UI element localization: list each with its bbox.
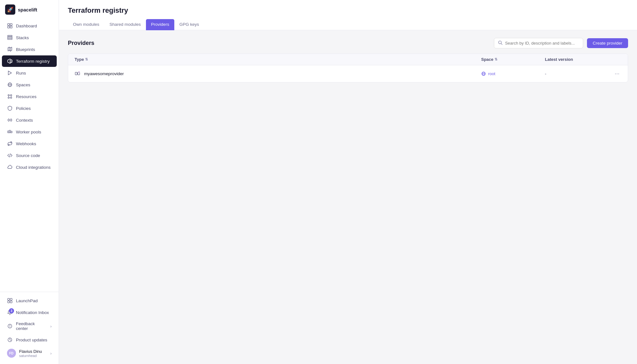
more-options-button[interactable]: ··· xyxy=(613,70,621,78)
sidebar-item-resources[interactable]: Resources xyxy=(2,91,57,102)
create-provider-button[interactable]: Create provider xyxy=(587,38,628,48)
user-name: Flavius Dinu xyxy=(19,349,42,354)
sort-icon-type[interactable]: ⇅ xyxy=(85,57,88,61)
tab-shared-modules[interactable]: Shared modules xyxy=(105,19,146,30)
policies-icon xyxy=(7,105,13,111)
sidebar-item-cloud-integrations[interactable]: Cloud integrations xyxy=(2,161,57,173)
column-latest-version: Latest version xyxy=(545,57,609,62)
svg-point-18 xyxy=(11,95,12,96)
svg-rect-27 xyxy=(9,130,11,133)
blueprints-icon xyxy=(7,46,13,52)
spaces-icon xyxy=(7,82,13,88)
sidebar: 🚀 spacelift Dashboard Stacks Blueprints xyxy=(0,0,59,364)
source-code-label: Source code xyxy=(16,153,40,158)
sidebar-item-runs[interactable]: Runs xyxy=(2,67,57,79)
sidebar-item-policies[interactable]: Policies xyxy=(2,103,57,114)
updates-icon xyxy=(7,337,13,343)
svg-rect-34 xyxy=(8,301,10,303)
provider-actions-cell: ··· xyxy=(609,70,621,78)
svg-point-17 xyxy=(8,95,9,96)
user-info: Flavius Dinu saturnhead xyxy=(19,349,42,358)
svg-point-20 xyxy=(11,97,12,98)
sidebar-item-webhooks[interactable]: Webhooks xyxy=(2,138,57,149)
svg-rect-44 xyxy=(75,72,77,75)
svg-line-31 xyxy=(10,153,11,157)
svg-rect-35 xyxy=(10,301,12,303)
sidebar-item-worker-pools[interactable]: Worker pools xyxy=(2,126,57,138)
runs-icon xyxy=(7,70,13,76)
sidebar-item-blueprints[interactable]: Blueprints xyxy=(2,44,57,55)
sidebar-item-feedback-center[interactable]: Feedback center › xyxy=(2,318,57,334)
user-profile[interactable]: FD Flavius Dinu saturnhead › xyxy=(2,346,57,360)
svg-rect-32 xyxy=(8,298,10,300)
svg-rect-7 xyxy=(8,37,12,38)
sidebar-item-notification-inbox[interactable]: 3 Notification Inbox xyxy=(2,307,57,318)
svg-point-38 xyxy=(10,327,10,327)
providers-header: Providers Create provider xyxy=(68,38,628,48)
resources-icon xyxy=(7,94,13,99)
dashboard-label: Dashboard xyxy=(16,24,37,28)
svg-point-19 xyxy=(8,97,9,98)
provider-type-icon xyxy=(75,71,81,77)
table-header: Type ⇅ Space ⇅ Latest version xyxy=(68,54,628,65)
user-chevron-icon: › xyxy=(50,351,52,356)
main-content: Terraform registry Own modules Shared mo… xyxy=(59,0,637,364)
column-space: Space ⇅ xyxy=(481,57,545,62)
svg-marker-13 xyxy=(8,71,11,75)
avatar: FD xyxy=(7,349,16,358)
provider-latest-version: - xyxy=(545,71,546,76)
sidebar-item-stacks[interactable]: Stacks xyxy=(2,32,57,43)
terraform-icon xyxy=(7,58,13,64)
chevron-right-icon: › xyxy=(50,324,52,329)
tabs: Own modules Shared modules Providers GPG… xyxy=(68,19,628,30)
dashboard-icon xyxy=(7,23,13,29)
svg-rect-4 xyxy=(8,26,10,28)
notification-inbox-label: Notification Inbox xyxy=(16,310,49,315)
svg-rect-2 xyxy=(8,24,10,25)
sidebar-item-spaces[interactable]: Spaces xyxy=(2,79,57,90)
worker-pools-label: Worker pools xyxy=(16,130,41,134)
worker-pools-icon xyxy=(7,129,13,135)
svg-rect-5 xyxy=(10,26,12,28)
sidebar-bottom: LaunchPad 3 Notification Inbox Feedback … xyxy=(0,292,59,364)
tab-providers[interactable]: Providers xyxy=(146,19,174,30)
notification-badge: 3 xyxy=(9,308,14,313)
launchpad-label: LaunchPad xyxy=(16,298,38,303)
provider-name-cell: myawesomeprovider xyxy=(75,71,481,77)
policies-label: Policies xyxy=(16,106,31,111)
sidebar-item-product-updates[interactable]: Product updates xyxy=(2,334,57,346)
space-orbit-icon xyxy=(481,71,486,76)
svg-line-43 xyxy=(501,44,502,45)
search-icon xyxy=(498,40,503,46)
svg-point-46 xyxy=(78,71,80,73)
webhooks-icon xyxy=(7,141,13,146)
cloud-icon xyxy=(7,164,13,170)
providers-table: Type ⇅ Space ⇅ Latest version xyxy=(68,54,628,82)
sidebar-item-launchpad[interactable]: LaunchPad xyxy=(2,295,57,306)
launchpad-icon xyxy=(7,298,13,303)
search-box xyxy=(494,38,583,48)
svg-text:🚀: 🚀 xyxy=(7,7,13,13)
provider-name: myawesomeprovider xyxy=(84,71,124,76)
webhooks-label: Webhooks xyxy=(16,141,36,146)
source-code-icon xyxy=(7,153,13,158)
sidebar-item-dashboard[interactable]: Dashboard xyxy=(2,20,57,32)
sidebar-item-contexts[interactable]: Contexts xyxy=(2,114,57,126)
svg-rect-26 xyxy=(8,131,9,133)
tab-gpg-keys[interactable]: GPG keys xyxy=(174,19,204,30)
search-input[interactable] xyxy=(505,41,579,46)
providers-title: Providers xyxy=(68,40,94,46)
sidebar-item-terraform-registry[interactable]: Terraform registry xyxy=(2,55,57,67)
table-row: myawesomeprovider root - ··· xyxy=(68,65,628,82)
stacks-label: Stacks xyxy=(16,35,29,40)
spaces-label: Spaces xyxy=(16,82,30,87)
search-create-area: Create provider xyxy=(494,38,628,48)
svg-rect-6 xyxy=(8,38,12,39)
content-area: Providers Create provider Type ⇅ xyxy=(59,30,637,364)
sidebar-item-source-code[interactable]: Source code xyxy=(2,150,57,161)
feedback-icon xyxy=(7,323,13,329)
main-nav: Dashboard Stacks Blueprints Terraform re… xyxy=(0,18,59,292)
sort-icon-space[interactable]: ⇅ xyxy=(495,57,497,61)
tab-own-modules[interactable]: Own modules xyxy=(68,19,105,30)
logo[interactable]: 🚀 spacelift xyxy=(0,0,59,18)
